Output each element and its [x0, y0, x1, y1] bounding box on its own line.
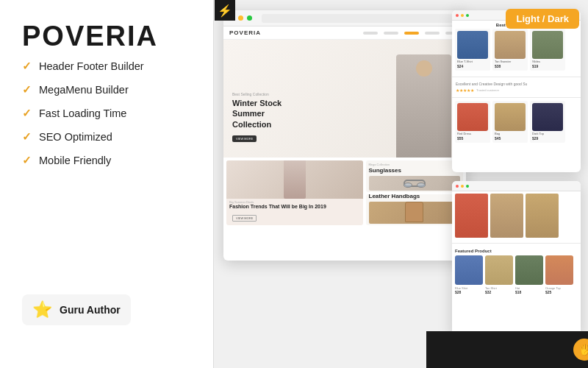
- fashion-cta[interactable]: VIEW MORE: [232, 215, 257, 222]
- fashion-desc: Fashion Trends That Will be Big In 2019: [229, 204, 360, 209]
- hero-text-block: Best Selling Collection Winter Stock Sum…: [232, 92, 291, 143]
- nav-item-3: [404, 32, 419, 35]
- separator-2: [452, 97, 581, 98]
- check-icon-2: ✓: [22, 83, 32, 96]
- handbags-name: Leather Handbags: [366, 194, 464, 201]
- guru-badge: ⭐ Guru Author: [22, 294, 131, 325]
- fashion-card-img: [226, 160, 363, 199]
- feature-item-4: ✓ SEO Optimized: [22, 130, 191, 144]
- browser-dot-yellow: [238, 15, 243, 21]
- product-bag-tan: Bag $45: [492, 101, 528, 143]
- store-card-handbags: Mega Collection Leather Handbags: [366, 194, 464, 226]
- nav-item-2: [384, 32, 398, 35]
- browser-url-bar: [262, 14, 460, 23]
- guru-icon: ⭐: [32, 300, 52, 319]
- featured-item-img-2: [485, 255, 513, 285]
- featured-prod-img-1: [455, 194, 488, 238]
- featured-item-1: Blue Shirt $28: [455, 255, 483, 294]
- product-model-red: Red Dress $55: [455, 101, 490, 143]
- featured-title: Featured Product: [455, 249, 578, 253]
- feature-label-5: Mobile Friendly: [39, 155, 111, 166]
- feature-item-1: ✓ Header Footer Builder: [22, 60, 191, 73]
- featured-items: Blue Shirt $28 Tan Shirt $32 Hat $18 Ora…: [455, 255, 578, 294]
- model-face: [416, 60, 432, 77]
- check-icon-4: ✓: [22, 130, 32, 144]
- store-logo-small: POVERIA: [229, 29, 261, 36]
- featured-browser-bar: [452, 181, 581, 191]
- product-shirt-dark: Dark Top $29: [530, 101, 565, 143]
- feature-label-4: SEO Optimized: [39, 131, 112, 143]
- best-seller-products: Blue T-Shirt $24 Tan Sweater $38 Slides …: [452, 29, 581, 74]
- hero-small-label: Best Selling Collection: [232, 92, 291, 96]
- divider-vertical: [213, 0, 214, 368]
- check-icon-3: ✓: [22, 107, 32, 120]
- store-card-sunglasses: Mega Collection Sunglasses: [366, 160, 464, 192]
- sunglasses-name: Sunglasses: [366, 166, 464, 174]
- product-img-model-red: [457, 103, 488, 131]
- product-price-2: $38: [495, 64, 526, 68]
- featured-prod-img-2: [490, 194, 523, 238]
- bottom-icon-hand[interactable]: 🖐: [573, 339, 588, 361]
- featured-section: Featured Product Blue Shirt $28 Tan Shir…: [452, 247, 581, 297]
- right-panel: Light / Dark POVERIA Best Selling Collec…: [213, 0, 588, 368]
- featured-dot-green: [466, 185, 469, 188]
- review-stars-row: ★★★★★ Trusted customer: [452, 88, 581, 94]
- main-browser-mockup: POVERIA Best Selling Collection Winter S…: [223, 10, 466, 261]
- store-nav: POVERIA: [223, 26, 466, 40]
- product-img-shoes: [532, 31, 563, 59]
- featured-separator: [452, 243, 581, 244]
- logo-area: POVERIA: [22, 21, 191, 52]
- review-text: Excellent and Creative Design with good …: [452, 80, 581, 88]
- check-icon-1: ✓: [22, 60, 32, 73]
- left-panel: POVERIA ✓ Header Footer Builder ✓ MegaMe…: [0, 0, 213, 368]
- brand-logo: POVERIA: [22, 21, 158, 52]
- product-shirt-blue: Blue T-Shirt $24: [455, 29, 490, 71]
- hero-model-image: [396, 54, 451, 158]
- light-dark-badge[interactable]: Light / Dark: [506, 9, 579, 29]
- feature-label-3: Fast Loading Time: [39, 107, 126, 119]
- store-card-fashion: Big Summer Deals Fashion Trends That Wil…: [226, 160, 363, 225]
- feature-item-5: ✓ Mobile Friendly: [22, 154, 191, 167]
- lightning-badge: ⚡: [215, 0, 235, 21]
- featured-item-price-4: $25: [545, 290, 573, 294]
- review-meta: Trusted customer: [476, 88, 499, 92]
- review-stars: ★★★★★: [456, 88, 474, 93]
- featured-dot-red: [456, 185, 459, 188]
- product-price-6: $29: [532, 136, 563, 141]
- store-hero: Best Selling Collection Winter Stock Sum…: [223, 40, 466, 158]
- br-dot-green: [466, 14, 469, 17]
- featured-item-price-2: $32: [485, 290, 513, 294]
- featured-item-4: Orange Top $25: [545, 255, 573, 294]
- featured-item-price-3: $18: [515, 290, 543, 294]
- featured-item-2: Tan Shirt $32: [485, 255, 513, 294]
- feature-item-2: ✓ MegaMenu Builder: [22, 83, 191, 96]
- sunglasses-category: Mega Collection: [366, 160, 464, 166]
- fashion-model: [284, 160, 306, 199]
- product-img-shirt-blue: [457, 31, 488, 59]
- nav-item-4: [425, 32, 440, 35]
- featured-prod-1: [455, 194, 488, 238]
- featured-item-3: Hat $18: [515, 255, 543, 294]
- featured-item-price-1: $28: [455, 290, 483, 294]
- featured-top-row: [452, 191, 581, 240]
- featured-prod-3: [526, 194, 559, 238]
- guru-label: Guru Author: [60, 304, 121, 316]
- featured-item-img-1: [455, 255, 483, 285]
- separator-1: [452, 77, 581, 77]
- browser-bar: [223, 10, 466, 26]
- best-seller-products-row2: Red Dress $55 Bag $45 Dark Top $29: [452, 101, 581, 146]
- hero-cta-button[interactable]: VIEW MORE: [232, 135, 257, 142]
- best-seller-browser: Best Seller Product Blue T-Shirt $24 Tan…: [452, 10, 581, 172]
- featured-item-img-3: [515, 255, 543, 285]
- features-list: ✓ Header Footer Builder ✓ MegaMenu Build…: [22, 60, 191, 167]
- nav-item-1: [363, 32, 378, 35]
- product-shoes-green: Slides $19: [530, 29, 565, 71]
- product-img-bag: [495, 103, 526, 131]
- feature-label-1: Header Footer Builder: [39, 60, 144, 72]
- featured-item-img-4: [545, 255, 573, 285]
- product-price-4: $55: [457, 136, 488, 141]
- product-shirt-tan: Tan Sweater $38: [492, 29, 528, 71]
- product-img-shirt-tan: [495, 31, 526, 59]
- product-price-3: $19: [532, 64, 563, 68]
- product-price-5: $45: [495, 136, 526, 141]
